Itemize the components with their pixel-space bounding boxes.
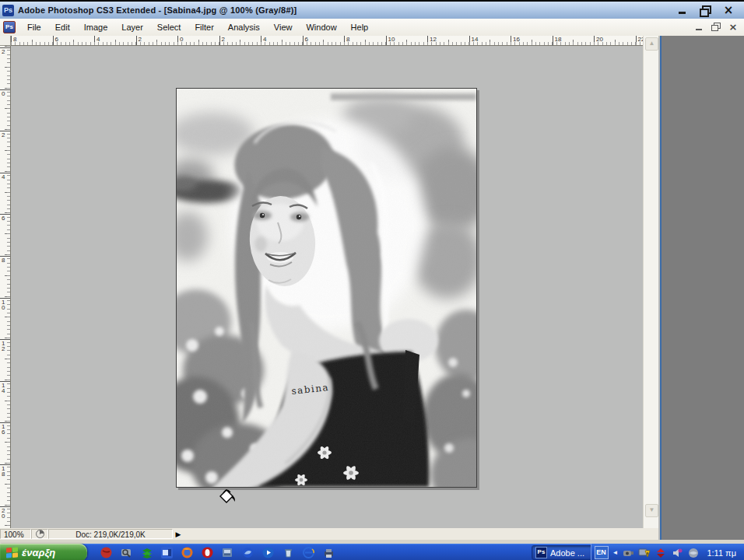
menu-layer[interactable]: Layer — [114, 20, 150, 34]
menu-select[interactable]: Select — [150, 20, 188, 34]
green-arrows-app-icon[interactable] — [140, 546, 153, 559]
quick-launch-bar — [100, 546, 335, 559]
menu-analysis[interactable]: Analysis — [221, 20, 267, 34]
ruler-label: 14 — [0, 381, 10, 394]
kmplayer-icon[interactable] — [160, 546, 174, 559]
document-icon[interactable]: Ps — [3, 21, 16, 33]
language-indicator[interactable]: EN — [595, 546, 609, 559]
window-title: Adobe Photoshop CS3 Extended - [Sabina4.… — [18, 5, 297, 15]
firefox-icon[interactable] — [181, 546, 194, 559]
camera-tray-icon[interactable] — [622, 547, 634, 559]
blue-cube-app-icon[interactable] — [221, 546, 234, 559]
horizontal-ruler: 86420246810121416182022 — [11, 36, 643, 46]
ruler-label: 20 — [0, 506, 10, 519]
ruler-label: 22 — [636, 36, 644, 46]
ruler-label: 2 — [0, 131, 10, 138]
ps-badge-icon: Ps — [535, 547, 547, 558]
ruler-label: 20 — [594, 36, 603, 46]
photo-sabina4[interactable]: sabina — [176, 88, 477, 488]
internet-explorer-icon[interactable] — [302, 546, 315, 559]
taskbar-button-label: Adobe ... — [550, 548, 584, 558]
ruler-label: 4 — [94, 36, 100, 46]
ruler-label: 14 — [469, 36, 479, 46]
search-app-icon[interactable] — [120, 546, 133, 559]
media-player-icon[interactable] — [261, 546, 275, 559]
scroll-up-icon[interactable]: ▲ — [645, 37, 658, 51]
photoshop-window: Ps Adobe Photoshop CS3 Extended - [Sabin… — [0, 0, 744, 560]
ruler-label: 6 — [0, 214, 10, 221]
status-flyout-icon[interactable]: ▶ — [173, 530, 184, 538]
start-label: έναρξη — [22, 547, 61, 558]
photo-image: sabina — [177, 89, 476, 487]
ruler-label: 8 — [11, 36, 16, 46]
menu-window[interactable]: Window — [299, 20, 343, 34]
ruler-label: 6 — [53, 36, 58, 46]
taskbar-clock[interactable]: 1:11 πμ — [704, 548, 739, 558]
doc-size-readout: Doc: 219,0K/219,0K — [48, 529, 173, 539]
ruler-label: 2 — [0, 47, 10, 54]
ruler-label: 2 — [136, 36, 142, 46]
ruler-label: 10 — [0, 298, 10, 310]
ruler-label: 18 — [553, 36, 562, 46]
windows-logo-icon — [6, 547, 18, 558]
recycle-bin-icon[interactable] — [282, 546, 295, 559]
ruler-label: 0 — [177, 36, 183, 46]
ruler-label: 16 — [511, 36, 520, 46]
document-canvas[interactable]: sabina — [11, 46, 643, 528]
ruler-label: 8 — [344, 36, 349, 46]
menu-edit[interactable]: Edit — [48, 20, 77, 34]
vertical-ruler: 202468101214161820 — [0, 46, 11, 528]
red-arrows-tray-icon[interactable] — [655, 547, 667, 559]
menu-file[interactable]: File — [20, 20, 48, 34]
doc-restore-icon[interactable] — [710, 22, 722, 33]
minimize-icon[interactable] — [674, 4, 690, 16]
display-warning-tray-icon[interactable] — [638, 547, 651, 559]
scroll-down-icon[interactable]: ▼ — [645, 504, 658, 517]
ruler-label: 18 — [0, 464, 10, 477]
title-bar: Ps Adobe Photoshop CS3 Extended - [Sabin… — [0, 2, 744, 19]
network-ball-tray-icon[interactable] — [687, 547, 700, 559]
menu-help[interactable]: Help — [344, 20, 376, 34]
ruler-corner — [0, 36, 11, 46]
menu-filter[interactable]: Filter — [188, 20, 220, 34]
ruler-label: 4 — [0, 173, 10, 180]
start-button[interactable]: έναρξη — [0, 544, 87, 560]
ruler-label: 10 — [386, 36, 395, 46]
restore-icon[interactable] — [697, 4, 713, 16]
printer-icon[interactable] — [322, 546, 335, 559]
red-ball-app-icon[interactable] — [100, 546, 113, 559]
ruler-label: 6 — [303, 36, 308, 46]
right-gray-panel — [660, 36, 744, 544]
ruler-label: 2 — [219, 36, 225, 46]
browser-swirl-icon[interactable] — [241, 546, 254, 559]
doc-minimize-icon[interactable] — [693, 22, 705, 33]
opera-icon[interactable] — [201, 546, 214, 559]
tray-collapse-chevron-icon[interactable]: ◄ — [612, 549, 619, 556]
system-tray: EN ◄ 1:11 πμ — [591, 544, 744, 560]
zoom-field[interactable]: 100% — [0, 529, 31, 539]
vertical-scrollbar[interactable]: ▲ ▼ — [643, 36, 658, 528]
close-icon[interactable] — [721, 4, 736, 16]
doc-close-icon[interactable] — [727, 22, 739, 33]
status-bar: 100% Doc: 219,0K/219,0K ▶ — [0, 528, 658, 540]
menu-view[interactable]: View — [267, 20, 300, 34]
ruler-label: 12 — [0, 339, 10, 352]
ruler-label: 16 — [0, 422, 10, 435]
ruler-label: 4 — [261, 36, 266, 46]
ruler-label: 0 — [0, 89, 10, 96]
menu-image[interactable]: Image — [77, 20, 115, 34]
version-cue-icon — [36, 530, 44, 538]
menu-bar: Ps File Edit Image Layer Select Filter A… — [0, 19, 744, 37]
volume-tray-icon[interactable] — [671, 547, 683, 559]
ruler-label: 12 — [427, 36, 437, 46]
status-info-cell[interactable] — [31, 529, 48, 539]
ruler-label: 8 — [0, 256, 10, 263]
photoshop-app-icon: Ps — [2, 5, 14, 16]
